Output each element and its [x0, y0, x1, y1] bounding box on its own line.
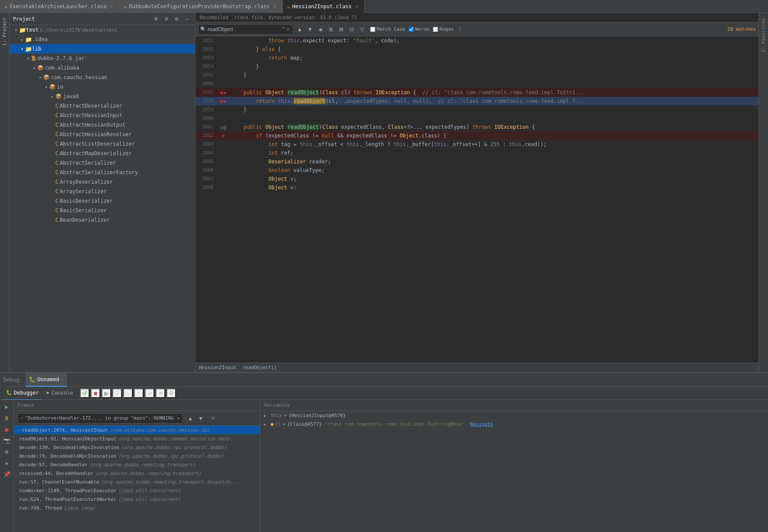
- project-sidebar-tab[interactable]: 1: Project: [0, 13, 10, 372]
- tree-item-BasicDeserializer[interactable]: C BasicDeserializer: [10, 196, 195, 206]
- tab-2-close[interactable]: ✕: [272, 3, 278, 10]
- tree-item-ArraySerializer[interactable]: C ArraySerializer: [10, 187, 195, 196]
- tree-item-AbstractHessianResolver[interactable]: C AbstractHessianResolver: [10, 130, 195, 139]
- debug-session-tab[interactable]: 🐛 Unnamed ✕: [26, 373, 67, 387]
- var-expand-this[interactable]: ▶: [264, 413, 269, 418]
- sidebar-settings-btn[interactable]: ≡: [162, 15, 171, 23]
- var-item-this[interactable]: ▶ this = {Hessian2Input@4579}: [260, 411, 768, 420]
- tree-class-icon-3: C: [55, 122, 58, 128]
- search-btn-extra1[interactable]: ⊞: [326, 25, 336, 34]
- frame-item-10[interactable]: run:748, Thread (java.lang): [14, 503, 260, 512]
- frame-item-8[interactable]: runWorker:1149, ThreadPoolExecutor (java…: [14, 486, 260, 495]
- words-checkbox[interactable]: [409, 27, 414, 32]
- search-btn-extra2[interactable]: ⊠: [336, 25, 346, 34]
- debug-evaluate-btn[interactable]: ≡: [156, 389, 165, 398]
- tree-item-dubbo[interactable]: ▾ 🗜 dubbo-2.7.6.jar: [10, 54, 195, 63]
- tree-item-AbstractSerializer[interactable]: C AbstractSerializer: [10, 158, 195, 168]
- tab-2[interactable]: ☕ DubboAutoConfigurationProviderBootstra…: [119, 0, 282, 13]
- dsb-stop[interactable]: ■: [2, 424, 12, 434]
- favorites-tab[interactable]: 2: Favorites: [759, 15, 768, 56]
- regex-checkbox[interactable]: [433, 27, 438, 32]
- breadcrumb-method[interactable]: readObject(): [243, 365, 277, 370]
- tree-item-lib[interactable]: ▾ 📁 lib: [10, 44, 195, 54]
- debug-run-to-cursor-btn[interactable]: ⤾: [145, 389, 154, 398]
- debug-session-close[interactable]: ✕: [61, 377, 64, 382]
- frame-item-6[interactable]: received:44, DecodeHandler (org.apache.d…: [14, 469, 260, 478]
- frame-item-5[interactable]: decode:57, DecodeHandler (org.apache.dub…: [14, 460, 260, 469]
- search-btn-extra3[interactable]: ⊡: [347, 25, 356, 34]
- match-case-option[interactable]: Match Case: [370, 26, 405, 32]
- session-dropdown[interactable]: ✓ "DubboServerHandler-172.... in group "…: [17, 413, 183, 424]
- sidebar-locate-btn[interactable]: ⊕: [152, 15, 160, 23]
- tab-3-close[interactable]: ✕: [354, 3, 360, 10]
- tree-item-java8[interactable]: ▸ 📦 java8: [10, 92, 195, 101]
- tree-item-AbstractSerializerFactory[interactable]: C AbstractSerializerFactory: [10, 168, 195, 177]
- frame-item-1[interactable]: ✓ readObject:2074, Hessian2Input (com.al…: [14, 426, 260, 434]
- session-nav-up[interactable]: ▲: [186, 414, 195, 423]
- search-input[interactable]: [208, 26, 281, 32]
- tree-item-AbstractHessianInput[interactable]: C AbstractHessianInput: [10, 111, 195, 120]
- tab-1-close[interactable]: ✕: [109, 3, 115, 10]
- tree-item-com-caucho[interactable]: ▾ 📦 com.caucho.hessian: [10, 73, 195, 82]
- dsb-pin[interactable]: 📌: [2, 469, 12, 479]
- debug-step-into-btn[interactable]: ↓: [123, 389, 133, 398]
- tree-item-test[interactable]: ▾ 📁 test C:\Users\29176\Desktop\test: [10, 25, 195, 35]
- frame-item-4[interactable]: decode:79, DecodeableRpcInvocation (org.…: [14, 452, 260, 460]
- regex-option[interactable]: Regex: [433, 26, 454, 32]
- search-input-wrapper[interactable]: 🔍 ⌃ ✕: [198, 24, 293, 35]
- sidebar-gear-btn[interactable]: ⚙: [173, 15, 181, 23]
- session-nav-down[interactable]: ▼: [196, 414, 205, 423]
- debug-resume-btn[interactable]: ▶: [102, 389, 111, 398]
- tree-arrow-idea: ▸: [19, 37, 25, 42]
- variables-list[interactable]: ▶ this = {Hessian2Input@4579} ▶ ● cl = {…: [260, 411, 768, 532]
- tree-item-AbstractDeserializer[interactable]: C AbstractDeserializer: [10, 101, 195, 111]
- frame-item-2[interactable]: readObject:92, Hessian2ObjectInput (org.…: [14, 434, 260, 443]
- search-filter-btn[interactable]: ▽: [357, 25, 367, 34]
- tree-item-AbstractHessianOutput[interactable]: C AbstractHessianOutput: [10, 120, 195, 130]
- debug-rerun-btn[interactable]: ↺: [80, 389, 90, 398]
- tree-item-io[interactable]: ▾ 📦 io: [10, 82, 195, 92]
- navigate-link-cl[interactable]: Navigate: [470, 421, 493, 427]
- tree-item-com-alibaba[interactable]: ▾ 📦 com.alibaba: [10, 63, 195, 73]
- words-option[interactable]: Words: [409, 26, 429, 32]
- tree-item-BeanDeserializer[interactable]: C BeanDeserializer: [10, 215, 195, 225]
- tab-3[interactable]: ☕ Hessian2Input.class ✕: [283, 0, 365, 13]
- var-expand-cl[interactable]: ▶: [264, 422, 269, 427]
- tree-container[interactable]: ▾ 📁 test C:\Users\29176\Desktop\test ▸ 📁…: [10, 25, 195, 372]
- var-item-cl[interactable]: ▶ ● cl = {Class@4577} "class com.rometoo…: [260, 420, 768, 428]
- frame-item-7[interactable]: run:57, ChannelEventRunnable (org.apache…: [14, 478, 260, 486]
- search-help-btn[interactable]: ?: [458, 26, 461, 32]
- debugger-tab[interactable]: 🐛 Debugger: [3, 386, 42, 400]
- frames-list[interactable]: ✓ readObject:2074, Hessian2Input (com.al…: [14, 426, 260, 532]
- search-word-btn[interactable]: ◈: [316, 25, 325, 34]
- frame-item-3[interactable]: decode:139, DecodeableRpcInvocation (org…: [14, 443, 260, 452]
- search-prev-history[interactable]: ⌃: [282, 26, 285, 32]
- dsb-cam[interactable]: 📷: [2, 435, 12, 446]
- debug-settings-btn[interactable]: ⚙: [166, 389, 176, 398]
- debug-step-out-btn[interactable]: ↑: [134, 389, 144, 398]
- tree-item-AbstractListDeserializer[interactable]: C AbstractListDeserializer: [10, 139, 195, 149]
- dsb-play[interactable]: ▶: [2, 401, 12, 412]
- match-case-checkbox[interactable]: [370, 27, 375, 32]
- tree-item-ArrayDeserializer[interactable]: C ArrayDeserializer: [10, 177, 195, 187]
- frame-item-9[interactable]: run:624, ThreadPoolExecutor$Worker (java…: [14, 495, 260, 503]
- tab-1[interactable]: ☕ ExecutableArchiveLauncher.class ✕: [0, 0, 119, 13]
- debug-step-over-btn[interactable]: ⤵: [112, 389, 122, 398]
- breadcrumb-class[interactable]: Hessian2Input: [199, 365, 236, 370]
- session-filter[interactable]: ▽: [208, 414, 218, 423]
- code-editor[interactable]: 1851 throw this.expect( expect: "fault",…: [195, 36, 758, 363]
- dsb-settings2[interactable]: ⚙: [2, 446, 12, 457]
- tree-item-AbstractMapDeserializer[interactable]: C AbstractMapDeserializer: [10, 149, 195, 158]
- sidebar-close-btn[interactable]: —: [183, 15, 192, 23]
- tree-item-BasicSerializer[interactable]: C BasicSerializer: [10, 206, 195, 215]
- tree-item-idea[interactable]: ▸ 📁 .idea: [10, 35, 195, 44]
- search-up-btn[interactable]: ▲: [295, 25, 304, 34]
- dsb-pause[interactable]: ⏸: [2, 413, 12, 423]
- console-tab[interactable]: ▶ Console: [43, 386, 77, 400]
- info-bar-text: Decompiled .class file, bytecode version…: [200, 15, 357, 20]
- search-clear-btn[interactable]: ✕: [287, 26, 290, 32]
- project-tab-label[interactable]: 1: Project: [0, 13, 9, 50]
- search-down-btn[interactable]: ▼: [305, 25, 315, 34]
- debug-stop-btn[interactable]: ■: [91, 389, 100, 398]
- dsb-bookmark[interactable]: ★: [2, 458, 12, 468]
